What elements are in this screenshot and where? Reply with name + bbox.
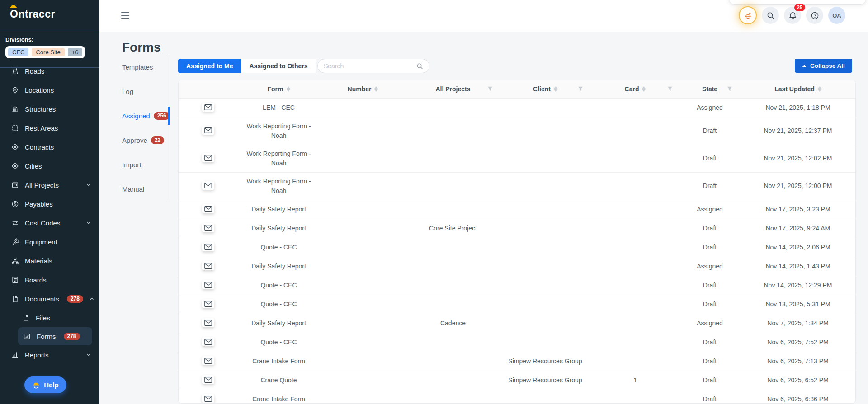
column-header[interactable]: Client: [500, 80, 590, 98]
subnav-item[interactable]: Assigned 256: [122, 103, 169, 128]
form-card: [590, 314, 680, 333]
search-button[interactable]: [762, 7, 779, 24]
open-form-mail-icon[interactable]: [202, 181, 214, 190]
column-header[interactable]: Number: [320, 80, 406, 98]
table-row[interactable]: Crane Quote Simpew Resources Group 1 Dra…: [179, 371, 856, 390]
sidebar-item[interactable]: Rest Areas: [0, 118, 99, 137]
subnav-item[interactable]: Manual: [122, 177, 169, 201]
table-row[interactable]: Quote - CEC Draft Nov 14, 2025, 12:29 PM: [179, 276, 856, 295]
sidebar-item[interactable]: Equipment: [0, 232, 99, 251]
division-tag[interactable]: Core Site: [32, 48, 64, 56]
tab[interactable]: Assigned to Me: [178, 59, 241, 73]
collapse-all-button[interactable]: Collapse All: [795, 59, 852, 73]
table-row[interactable]: Work Reporting Form - Noah Draft Nov 21,…: [179, 172, 856, 200]
sidebar-item[interactable]: Payables: [0, 194, 99, 213]
division-tag[interactable]: CEC: [8, 48, 28, 56]
forms-subnav: Templates Log Assigned 256 Approve 22: [122, 55, 169, 202]
column-header[interactable]: Last Updated: [740, 80, 856, 98]
table-row[interactable]: Daily Safety Report Assigned Nov 17, 202…: [179, 200, 856, 219]
column-header[interactable]: Form: [238, 80, 320, 98]
chevron-down-icon[interactable]: [86, 220, 91, 225]
form-card: 1: [590, 371, 680, 390]
chevron-down-icon[interactable]: [86, 182, 91, 188]
column-header[interactable]: All Projects: [406, 80, 500, 98]
chevron-down-icon[interactable]: [89, 296, 94, 301]
sidebar-item[interactable]: Reports: [0, 345, 99, 364]
open-form-mail-icon[interactable]: [202, 261, 214, 270]
menu-toggle-icon[interactable]: [121, 12, 129, 19]
sort-icon[interactable]: [287, 86, 290, 92]
sort-icon[interactable]: [554, 86, 557, 92]
form-name: Work Reporting Form - Noah: [244, 177, 314, 196]
sidebar-item[interactable]: Cost Codes: [0, 213, 99, 232]
diamond-icon: [11, 143, 19, 151]
user-avatar[interactable]: OA: [828, 7, 845, 24]
open-form-mail-icon[interactable]: [202, 337, 214, 346]
open-form-mail-icon[interactable]: [202, 280, 214, 289]
help-center-button[interactable]: [806, 7, 823, 24]
table-row[interactable]: Quote - CEC Draft Nov 14, 2025, 2:06 PM: [179, 238, 856, 257]
open-form-mail-icon[interactable]: [202, 375, 214, 384]
main-content: Forms Templates Log Assigned 256: [99, 32, 868, 404]
subnav-item[interactable]: Log: [122, 79, 169, 103]
sidebar-item[interactable]: Boards: [0, 270, 99, 289]
table-row[interactable]: LEM - CEC Assigned Nov 21, 2025, 1:18 PM: [179, 98, 856, 117]
sidebar-item[interactable]: Files: [0, 308, 99, 327]
table-row[interactable]: Quote - CEC Draft Nov 13, 2025, 5:31 PM: [179, 295, 856, 314]
table-row[interactable]: Crane Intake Form Draft Nov 6, 2025, 6:3…: [179, 390, 856, 404]
open-form-mail-icon[interactable]: [202, 242, 214, 251]
form-client: [500, 98, 590, 117]
table-row[interactable]: Crane Intake Form Simpew Resources Group…: [179, 352, 856, 371]
sidebar-item-label: Documents: [25, 295, 59, 303]
filter-icon[interactable]: [578, 86, 583, 91]
sidebar-item[interactable]: Contracts: [0, 137, 99, 156]
tab[interactable]: Assigned to Others: [241, 59, 316, 73]
column-header[interactable]: Card: [590, 80, 680, 98]
open-form-mail-icon[interactable]: [202, 153, 214, 162]
open-form-mail-icon[interactable]: [202, 204, 214, 213]
sidebar-item[interactable]: All Projects: [0, 175, 99, 194]
open-form-mail-icon[interactable]: [202, 126, 214, 135]
help-button[interactable]: Help: [24, 376, 66, 393]
table-row[interactable]: Daily Safety Report Core Site Project Dr…: [179, 219, 856, 238]
filter-icon[interactable]: [487, 86, 493, 91]
table-row[interactable]: Daily Safety Report Cadence Assigned Nov…: [179, 314, 856, 333]
table-row[interactable]: Work Reporting Form - Noah Draft Nov 21,…: [179, 117, 856, 145]
sidebar-item[interactable]: Locations: [0, 80, 99, 99]
subnav-item[interactable]: Approve 22: [122, 128, 169, 152]
search-input[interactable]: [324, 62, 416, 70]
open-form-mail-icon[interactable]: [202, 299, 214, 308]
division-tag[interactable]: +6: [68, 48, 83, 56]
open-form-mail-icon[interactable]: [202, 223, 214, 232]
sidebar-item[interactable]: Structures: [0, 99, 99, 118]
filter-icon[interactable]: [727, 86, 732, 91]
ai-assistant-button[interactable]: [739, 6, 757, 24]
form-project: [406, 295, 500, 314]
sidebar-item[interactable]: Forms 278: [18, 327, 92, 345]
form-card: [590, 219, 680, 238]
sort-icon[interactable]: [818, 86, 821, 92]
open-form-mail-icon[interactable]: [202, 103, 214, 112]
filter-icon[interactable]: [667, 86, 673, 91]
table-row[interactable]: Daily Safety Report Assigned Nov 14, 202…: [179, 257, 856, 276]
table-row[interactable]: Quote - CEC Draft Nov 6, 2025, 7:52 PM: [179, 333, 856, 352]
subnav-item[interactable]: Templates: [122, 55, 169, 79]
brand-logo[interactable]: Ontraccr: [10, 8, 55, 20]
chevron-down-icon[interactable]: [86, 352, 91, 357]
subnav-item[interactable]: Import: [122, 152, 169, 177]
form-client: [500, 390, 590, 404]
open-form-mail-icon[interactable]: [202, 394, 214, 403]
notifications-button[interactable]: 25: [784, 7, 801, 24]
table-row[interactable]: Work Reporting Form - Noah Draft Nov 21,…: [179, 145, 856, 172]
open-form-mail-icon[interactable]: [202, 356, 214, 365]
sort-icon[interactable]: [374, 86, 378, 92]
column-header[interactable]: State: [680, 80, 740, 98]
sort-icon[interactable]: [642, 86, 646, 92]
sidebar-item[interactable]: Materials: [0, 251, 99, 270]
sidebar-item[interactable]: Documents 278: [0, 289, 99, 308]
open-form-mail-icon[interactable]: [202, 318, 214, 327]
column-label: Client: [533, 85, 551, 93]
wrench-icon: [11, 238, 19, 246]
sidebar-item[interactable]: Cities: [0, 156, 99, 175]
divisions-selector[interactable]: CEC Core Site +6: [5, 46, 85, 58]
